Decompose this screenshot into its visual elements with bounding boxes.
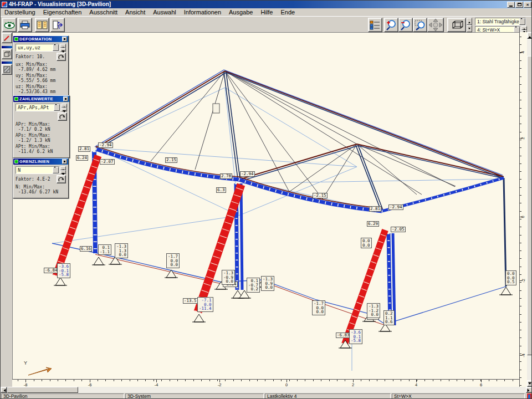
ruler-label: 0 (520, 216, 525, 218)
status-field: 3D-Pavilion (1, 393, 124, 399)
print-button[interactable] (18, 18, 32, 32)
zahlenwerte-panel-titlebar[interactable]: ZAHLENWERTE (13, 96, 69, 102)
refresh-icon (58, 54, 64, 60)
pages-icon (37, 21, 48, 29)
menu-auswahl[interactable]: Auswahl (149, 8, 180, 16)
ruler-vertical: 420-2-4 (519, 32, 527, 387)
panel-icon (14, 97, 18, 101)
minmax-value: -1.2/ 1.3 kN (16, 138, 67, 143)
edit-tool-button[interactable] (2, 33, 12, 43)
perspective-tool-button[interactable] (2, 49, 12, 59)
minmax-value: -7.1/ 0.2 kN (16, 127, 67, 132)
deformation-select[interactable]: ux,uy,uz (16, 44, 59, 52)
section-tool-button[interactable] (2, 64, 12, 75)
window-title: 4H-FRAP - Visualisierung [3D-Pavilion] (9, 1, 111, 8)
scroll-left-button[interactable] (1, 387, 7, 393)
zahlenwerte-panel-title: ZAHLENWERTE (19, 96, 53, 101)
deformation-spinner[interactable] (60, 44, 66, 52)
pan-control[interactable] (427, 18, 444, 32)
grenzlinien-select-value: N (18, 167, 21, 173)
display-options-button[interactable] (368, 18, 382, 32)
view-3d-button[interactable] (447, 18, 466, 32)
minmax-label: ux: Min/Max: (16, 62, 66, 67)
zahlenwerte-refresh-button[interactable] (58, 112, 67, 121)
minimize-button[interactable] (507, 2, 515, 8)
pages-button[interactable] (35, 18, 49, 32)
menu-ausschnitt[interactable]: Ausschnitt (85, 8, 121, 16)
grenzlinien-panel[interactable]: GRENZLINIEN N Faktor: 4.E-2 (13, 158, 69, 198)
menu-ansicht[interactable]: Ansicht (121, 8, 149, 16)
vertical-scroll-thumb[interactable] (527, 56, 532, 355)
zahlenwerte-spinner[interactable] (62, 104, 67, 111)
model-canvas[interactable] (12, 32, 519, 379)
deformation-select-arrow[interactable] (53, 44, 59, 51)
zahlenwerte-panel[interactable]: ZAHLENWERTE APr,APs,APt (13, 95, 70, 158)
mini-cube-icon (3, 50, 11, 58)
menu-ausgabe[interactable]: Ausgabe (225, 8, 257, 16)
menu-darstellung[interactable]: Darstellung (1, 8, 39, 16)
pencil-icon (3, 34, 11, 42)
minimized-panel-bar-2[interactable] (2, 62, 12, 64)
grenzlinien-select-arrow[interactable] (53, 167, 59, 173)
scroll-up-button[interactable] (527, 32, 532, 39)
exit-button[interactable] (50, 18, 65, 32)
cube-3d-icon (449, 19, 464, 30)
vertical-scrollbar[interactable] (527, 32, 532, 387)
minmax-value: -11.4/ 6.2 kN (16, 149, 67, 154)
zoom-window-icon (415, 19, 426, 30)
minmax-value: -7.89/ 4.62 mm (16, 67, 66, 72)
menu-hilfe[interactable]: Hilfe (257, 8, 277, 16)
grenzlinien-spinner[interactable] (60, 166, 66, 174)
zahlenwerte-close-button[interactable] (63, 96, 68, 101)
deformation-panel[interactable]: DEFORMATION ux,uy,uz Faktor: 10. (13, 35, 69, 98)
minimized-panel-bar[interactable] (2, 46, 12, 48)
ruler-label: 4 (520, 51, 525, 53)
menu-eigenschaften[interactable]: Eigenschaften (39, 8, 86, 16)
minmax-label: APs: Min/Max: (16, 133, 67, 138)
minmax-label: uy: Min/Max: (16, 73, 66, 78)
app-window: 4H-FRAP - Visualisierung [3D-Pavilion] ×… (0, 0, 532, 399)
ruler-label: -4 (521, 354, 526, 357)
horizontal-scroll-thumb[interactable] (7, 387, 78, 393)
zahlenwerte-select[interactable]: APr,APs,APt (16, 104, 60, 111)
grenzlinien-faktor: Faktor: 4.E-2 (16, 177, 50, 182)
zoom-out-button[interactable] (398, 18, 413, 32)
deformation-panel-titlebar[interactable]: DEFORMATION (13, 36, 68, 42)
zoom-in-button[interactable] (384, 18, 398, 32)
zahlenwerte-select-arrow[interactable] (54, 104, 60, 111)
menu-ende[interactable]: Ende (277, 8, 299, 16)
refresh-icon (58, 177, 64, 182)
options-tree-icon (370, 20, 381, 30)
grenzlinien-panel-titlebar[interactable]: GRENZLINIEN (13, 158, 68, 165)
deformation-faktor: Faktor: 10. (16, 54, 45, 59)
deformation-refresh-button[interactable] (57, 53, 66, 61)
zahlenwerte-select-value: APr,APs,APt (18, 105, 49, 110)
zoom-in-icon (386, 19, 397, 30)
horizontal-scrollbar[interactable] (1, 387, 532, 393)
scroll-right-button[interactable] (526, 387, 532, 393)
zoom-window-button[interactable] (413, 18, 427, 32)
deformation-close-button[interactable] (62, 37, 67, 42)
ruler-label: 2 (520, 137, 525, 139)
view-3d-spinner[interactable] (467, 18, 472, 32)
status-field: Lastkollektiv 4 (265, 393, 391, 399)
grenzlinien-select[interactable]: N (16, 166, 59, 174)
view-eye-button[interactable] (2, 18, 17, 32)
menu-informationen[interactable]: Informationen (180, 8, 225, 16)
grenzlinien-refresh-button[interactable] (57, 175, 66, 183)
refresh-icon (59, 114, 65, 120)
close-button[interactable]: × (524, 2, 531, 8)
grenzlinien-close-button[interactable] (62, 159, 67, 164)
deformation-minmax-rows: ux: Min/Max: -7.89/ 4.62 mmuy: Min/Max: … (16, 62, 66, 94)
minmax-label: APr: Min/Max: (16, 122, 67, 127)
status-bar: 3D-Pavilion3D-SystemLastkollektiv 4St+W>… (1, 393, 532, 399)
deformation-select-value: ux,uy,uz (18, 45, 40, 50)
scroll-down-button[interactable] (527, 380, 532, 387)
zahlenwerte-minmax-rows: APr: Min/Max: -7.1/ 0.2 kNAPs: Min/Max: … (16, 122, 67, 154)
ruler-horizontal: -8-6-4-20246 (12, 379, 519, 387)
loadcase-combo-arrow[interactable] (519, 18, 525, 25)
loadcase-combo[interactable]: 1: Stahl Tragfähigkeit (Th. 1. Or (475, 18, 526, 25)
title-bar[interactable]: 4H-FRAP - Visualisierung [3D-Pavilion] × (1, 1, 532, 8)
minmax-label: N: Min/Max: (16, 185, 66, 190)
maximize-button[interactable] (515, 2, 523, 8)
